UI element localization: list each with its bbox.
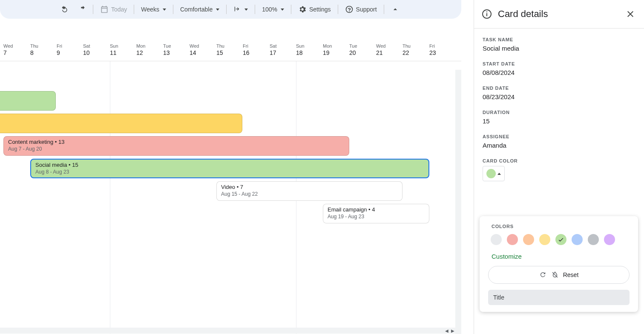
view-dropdown[interactable]: Weeks (137, 3, 170, 16)
date-column: Sun11 (110, 43, 118, 56)
task-name-label: TASK NAME (483, 37, 635, 42)
view-label: Weeks (141, 6, 159, 13)
chevron-down-icon (163, 9, 166, 11)
color-swatch[interactable] (523, 234, 534, 245)
divider (93, 5, 93, 14)
card-details-panel: Card details TASK NAME Social media STAR… (474, 0, 644, 334)
color-swatch[interactable] (491, 234, 502, 245)
gantt-area[interactable]: Content marketing • 13Aug 7 - Aug 20Soci… (0, 61, 461, 334)
customize-link[interactable]: Customize (492, 253, 522, 260)
card-color-label: CARD COLOR (483, 158, 635, 163)
date-column: Thu8 (30, 43, 38, 56)
day-of-week: Mon (136, 43, 145, 49)
calendar-icon (100, 5, 109, 14)
color-swatch[interactable] (604, 234, 615, 245)
redo-button[interactable] (73, 3, 90, 16)
divider (255, 5, 255, 14)
day-of-week: Fri (429, 43, 436, 49)
title-style-label: Title (493, 294, 504, 301)
date-column: Mon12 (136, 43, 145, 56)
density-dropdown[interactable]: Comfortable (176, 3, 224, 16)
scroll-left-icon[interactable]: ◀ (444, 328, 450, 334)
divider (226, 5, 227, 14)
close-icon[interactable] (625, 9, 635, 19)
date-column: Thu22 (402, 43, 411, 56)
date-column: Mon19 (323, 43, 332, 56)
day-number: 13 (163, 49, 171, 56)
today-button[interactable]: Today (96, 3, 131, 16)
chevron-up-icon (391, 5, 400, 14)
day-of-week: Thu (30, 43, 38, 49)
settings-button[interactable]: Settings (294, 3, 335, 16)
day-number: 16 (243, 49, 250, 56)
info-icon (482, 9, 492, 19)
color-swatch[interactable] (555, 234, 566, 245)
scrollbar-horizontal[interactable]: ◀ ▶ (0, 328, 456, 334)
divider (291, 5, 291, 14)
zoom-label: 100% (262, 6, 277, 13)
task-bar[interactable]: Video • 7Aug 15 - Aug 22 (216, 181, 402, 201)
date-column: Sun18 (296, 43, 305, 56)
day-number: 10 (83, 49, 90, 56)
toolbar: Today Weeks Comfortable 100% Settings Su… (0, 0, 461, 19)
date-column: Thu15 (216, 43, 224, 56)
chevron-down-icon (281, 9, 284, 11)
day-number: 9 (57, 49, 62, 56)
task-title: Video • 7 (221, 184, 398, 190)
day-of-week: Fri (57, 43, 62, 49)
reset-button[interactable]: Reset (488, 266, 630, 284)
color-swatch[interactable] (539, 234, 550, 245)
end-date-label: END DATE (483, 86, 635, 91)
chevron-up-icon (497, 173, 501, 175)
color-swatch[interactable] (507, 234, 518, 245)
day-of-week: Sun (110, 43, 118, 49)
day-number: 8 (30, 49, 38, 56)
scrollbar-vertical[interactable] (455, 70, 461, 334)
task-bar[interactable] (0, 114, 242, 133)
zoom-dropdown[interactable]: 100% (258, 3, 288, 16)
support-label: Support (356, 6, 377, 13)
task-bar[interactable] (0, 91, 56, 111)
date-column: Fri9 (57, 43, 62, 56)
fit-width-icon (233, 6, 241, 13)
start-date-label: START DATE (483, 61, 635, 66)
color-swatches (488, 234, 630, 245)
collapse-toolbar-button[interactable] (387, 3, 404, 16)
settings-label: Settings (309, 6, 331, 13)
day-of-week: Wed (376, 43, 385, 49)
scroll-right-icon[interactable]: ▶ (450, 328, 456, 334)
task-bar[interactable]: Content marketing • 13Aug 7 - Aug 20 (3, 136, 349, 156)
assignee-value[interactable]: Amanda (483, 142, 635, 149)
end-date-value[interactable]: 08/23/2024 (483, 93, 635, 100)
date-header: Wed7Thu8Fri9Sat10Sun11Mon12Tue13Wed14Thu… (0, 19, 461, 61)
chevron-down-icon (216, 9, 219, 11)
start-date-value[interactable]: 08/08/2024 (483, 69, 635, 76)
day-of-week: Sun (296, 43, 305, 49)
task-bar[interactable]: Social media • 15Aug 8 - Aug 23 (30, 159, 429, 178)
day-number: 15 (216, 49, 224, 56)
gear-icon (298, 5, 307, 14)
history-group (56, 3, 90, 16)
day-of-week: Mon (323, 43, 332, 49)
title-style-row[interactable]: Title (488, 290, 630, 305)
color-swatch[interactable] (572, 234, 583, 245)
day-of-week: Fri (243, 43, 250, 49)
task-bar[interactable]: Email campaign • 4Aug 19 - Aug 23 (323, 204, 429, 223)
colors-label: COLORS (492, 224, 630, 229)
color-swatch[interactable] (588, 234, 599, 245)
undo-icon (60, 5, 69, 14)
duration-value[interactable]: 15 (483, 117, 635, 125)
panel-body: TASK NAME Social media START DATE 08/08/… (474, 29, 644, 181)
task-name-value[interactable]: Social media (483, 45, 635, 52)
support-button[interactable]: Support (341, 3, 381, 16)
card-color-picker[interactable] (483, 166, 505, 181)
reset-label: Reset (563, 271, 579, 278)
timeline: Wed7Thu8Fri9Sat10Sun11Mon12Tue13Wed14Thu… (0, 19, 461, 334)
no-color-icon (551, 271, 559, 279)
day-of-week: Wed (190, 43, 199, 49)
svg-rect-2 (486, 11, 487, 12)
date-column: Wed14 (190, 43, 199, 56)
undo-button[interactable] (56, 3, 73, 16)
date-column: Sat10 (83, 43, 90, 56)
fit-button[interactable] (229, 3, 252, 16)
